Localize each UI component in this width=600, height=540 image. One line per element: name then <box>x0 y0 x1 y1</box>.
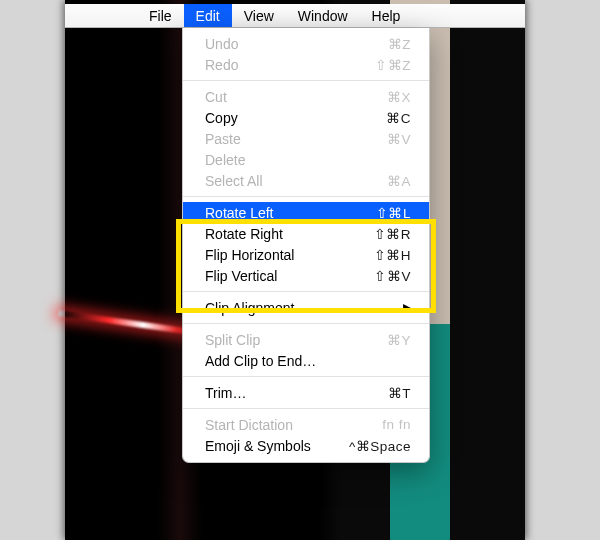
menu-item-delete: Delete <box>183 149 429 170</box>
menu-item-label: Emoji & Symbols <box>205 438 349 454</box>
menubar-item-file[interactable]: File <box>137 4 184 27</box>
menu-item-shortcut: ⌘T <box>388 385 411 401</box>
menu-item-select-all: Select All⌘A <box>183 170 429 191</box>
menu-item-cut: Cut⌘X <box>183 86 429 107</box>
menubar-item-label: File <box>149 8 172 24</box>
edit-menu-dropdown: Undo⌘ZRedo⇧⌘ZCut⌘XCopy⌘CPaste⌘VDeleteSel… <box>182 28 430 463</box>
menu-item-shortcut: ⌘X <box>387 89 411 105</box>
menubar-item-window[interactable]: Window <box>286 4 360 27</box>
menu-item-add-clip-to-end[interactable]: Add Clip to End… <box>183 350 429 371</box>
menu-separator <box>183 291 429 292</box>
menu-item-label: Flip Horizontal <box>205 247 374 263</box>
menu-item-shortcut: fn fn <box>382 417 411 432</box>
menubar-item-label: Window <box>298 8 348 24</box>
screenshot-stage: FileEditViewWindowHelp Undo⌘ZRedo⇧⌘ZCut⌘… <box>0 0 600 540</box>
menubar: FileEditViewWindowHelp <box>65 4 525 28</box>
menu-item-shortcut: ⇧⌘Z <box>375 57 411 73</box>
menu-item-paste: Paste⌘V <box>183 128 429 149</box>
menu-item-label: Split Clip <box>205 332 387 348</box>
menu-item-shortcut: ⌘V <box>387 131 411 147</box>
menu-item-label: Select All <box>205 173 387 189</box>
menu-item-shortcut: ⇧⌘H <box>374 247 411 263</box>
menu-separator <box>183 376 429 377</box>
menu-item-label: Start Dictation <box>205 417 382 433</box>
menu-item-label: Cut <box>205 89 387 105</box>
menubar-left-spacer <box>65 4 137 27</box>
menu-separator <box>183 196 429 197</box>
menu-separator <box>183 323 429 324</box>
menu-item-label: Rotate Left <box>205 205 376 221</box>
menu-item-label: Flip Vertical <box>205 268 374 284</box>
menubar-item-help[interactable]: Help <box>360 4 413 27</box>
menu-item-label: Paste <box>205 131 387 147</box>
menu-item-shortcut: ⇧⌘V <box>374 268 411 284</box>
menu-item-copy[interactable]: Copy⌘C <box>183 107 429 128</box>
menu-item-shortcut: ⌘C <box>386 110 411 126</box>
menu-item-label: Clip Alignment <box>205 300 397 316</box>
menu-item-shortcut: ⇧⌘R <box>374 226 411 242</box>
menu-item-shortcut: ⇧⌘L <box>376 205 411 221</box>
menu-item-split-clip: Split Clip⌘Y <box>183 329 429 350</box>
menu-item-undo: Undo⌘Z <box>183 33 429 54</box>
menu-item-shortcut: ^⌘Space <box>349 438 411 454</box>
menu-item-label: Add Clip to End… <box>205 353 411 369</box>
menu-item-label: Rotate Right <box>205 226 374 242</box>
menubar-item-view[interactable]: View <box>232 4 286 27</box>
menu-item-rotate-left[interactable]: Rotate Left⇧⌘L <box>183 202 429 223</box>
menu-item-emoji-symbols[interactable]: Emoji & Symbols^⌘Space <box>183 435 429 456</box>
menu-separator <box>183 408 429 409</box>
menu-item-start-dictation: Start Dictationfn fn <box>183 414 429 435</box>
menu-item-shortcut: ⌘Z <box>388 36 411 52</box>
menu-item-rotate-right[interactable]: Rotate Right⇧⌘R <box>183 223 429 244</box>
menubar-item-label: View <box>244 8 274 24</box>
menu-item-label: Delete <box>205 152 411 168</box>
menu-item-label: Redo <box>205 57 375 73</box>
menu-item-clip-alignment[interactable]: Clip Alignment▶ <box>183 297 429 318</box>
menu-item-shortcut: ⌘A <box>387 173 411 189</box>
menu-separator <box>183 80 429 81</box>
menu-item-label: Trim… <box>205 385 388 401</box>
menubar-item-label: Help <box>372 8 401 24</box>
submenu-arrow-icon: ▶ <box>403 301 411 314</box>
menu-item-flip-vertical[interactable]: Flip Vertical⇧⌘V <box>183 265 429 286</box>
menu-item-shortcut: ⌘Y <box>387 332 411 348</box>
menubar-item-label: Edit <box>196 8 220 24</box>
menu-item-flip-horizontal[interactable]: Flip Horizontal⇧⌘H <box>183 244 429 265</box>
menu-item-redo: Redo⇧⌘Z <box>183 54 429 75</box>
menubar-item-edit[interactable]: Edit <box>184 4 232 27</box>
menu-item-label: Copy <box>205 110 386 126</box>
menu-item-trim[interactable]: Trim…⌘T <box>183 382 429 403</box>
menu-item-label: Undo <box>205 36 388 52</box>
